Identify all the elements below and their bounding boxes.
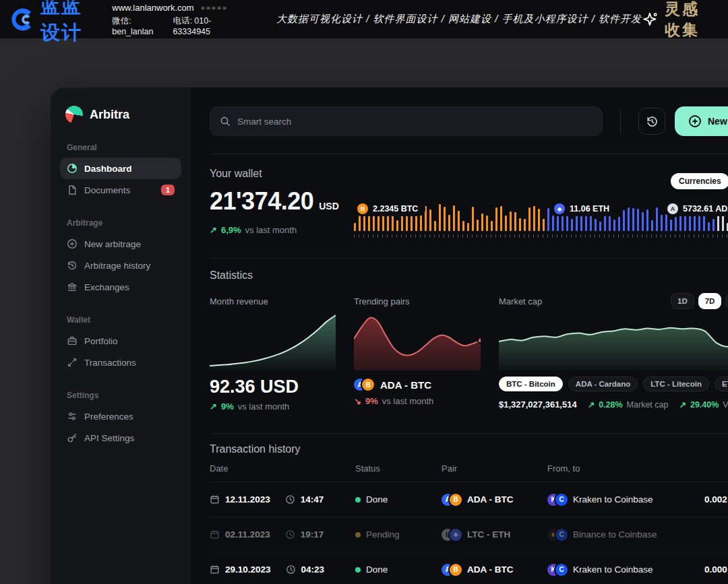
market-cap-chart xyxy=(499,313,728,370)
eth-coin-icon xyxy=(554,203,565,214)
sidebar: Arbitra General Dashboard Documents 1 Ar… xyxy=(51,88,191,584)
sidebar-section-settings: Settings xyxy=(67,391,181,400)
banner-brand-name: 蓝蓝设计 xyxy=(40,0,102,46)
table-row[interactable]: 02.11.2023 19:17 Pending LTC - ETH Binan… xyxy=(210,517,728,552)
tx-amount: 0.002 xyxy=(704,494,728,505)
pair-coins xyxy=(442,529,462,541)
arbitra-logo-icon xyxy=(65,106,83,123)
sidebar-item-exchanges[interactable]: Exchanges xyxy=(60,276,181,298)
header-status: Status xyxy=(355,463,442,474)
sidebar-item-label: Portfolio xyxy=(84,336,118,346)
currencies-pill[interactable]: Currencies xyxy=(671,173,728,189)
main-content: New arbitrage Your wallet Currencies Exc… xyxy=(191,88,728,584)
topbar-divider xyxy=(620,109,621,133)
sidebar-item-label: Transactions xyxy=(84,358,136,368)
chip-ltc[interactable]: LTC - Litecoin xyxy=(643,377,709,391)
header-from-to: From, to xyxy=(547,463,704,474)
arrows-decor: »»»»» xyxy=(201,3,229,11)
app-logo[interactable]: Arbitra xyxy=(60,104,181,125)
sidebar-item-transactions[interactable]: Transactions xyxy=(60,352,181,373)
briefcase-icon xyxy=(67,335,78,346)
sidebar-item-arbitrage-history[interactable]: Arbitrage history xyxy=(60,255,181,276)
trending-pair: ADA - BTC xyxy=(354,379,481,391)
coin-chips: BTC - Bitcoin ADA - Cardano LTC - Liteco… xyxy=(499,377,728,391)
tx-date: 02.11.2023 xyxy=(225,529,270,540)
wallet-title: Your wallet xyxy=(210,168,728,180)
table-row[interactable]: 12.11.2023 14:47 Done ADA - BTC Kraken t… xyxy=(210,482,728,517)
down-arrow-icon: ↘ xyxy=(354,396,361,406)
clock-icon xyxy=(286,564,296,575)
status-dot-pending xyxy=(355,532,361,538)
holding-eth: 11.06 ETH xyxy=(551,201,617,216)
month-revenue-value: 92.36 USD xyxy=(210,377,336,396)
key-icon xyxy=(67,432,78,443)
pair-coins xyxy=(354,379,374,391)
range-selector: 1D 7D 1M 1Y xyxy=(671,293,728,309)
tx-pair: ADA - BTC xyxy=(467,494,514,505)
btc-coin-icon xyxy=(357,203,368,214)
new-arbitrage-button[interactable]: New arbitrage xyxy=(675,106,728,136)
tx-date: 29.10.2023 xyxy=(225,564,271,575)
sidebar-item-label: Exchanges xyxy=(84,282,129,292)
banner-brand: 蓝蓝设计 xyxy=(11,0,102,46)
clock-icon xyxy=(285,529,295,540)
chip-eth[interactable]: ETH - Ethereum xyxy=(715,377,728,391)
trending-pairs-label: Trending pairs xyxy=(354,296,481,306)
route-coins xyxy=(547,494,568,506)
tx-pair: ADA - BTC xyxy=(467,564,514,575)
pair-coins xyxy=(442,564,462,576)
up-arrow-icon: ↗ xyxy=(588,399,595,410)
sidebar-item-api-settings[interactable]: API Settings xyxy=(60,427,181,449)
statistics-title: Statistics xyxy=(210,269,728,282)
sidebar-item-label: Documents xyxy=(84,185,130,195)
up-arrow-icon: ↗ xyxy=(210,401,217,412)
market-cap-card: Market cap 1D 7D 1M 1Y BTC - Bitcoin ADA… xyxy=(499,296,728,412)
range-1m[interactable]: 1M xyxy=(725,293,728,309)
sparkle-icon xyxy=(642,11,659,28)
sidebar-item-preferences[interactable]: Preferences xyxy=(60,405,181,427)
header-pair: Pair xyxy=(442,463,547,474)
sidebar-section-arbitrage: Arbitrage xyxy=(67,218,181,228)
sidebar-section-general: General xyxy=(67,143,181,152)
pair-coins xyxy=(442,494,462,506)
sidebar-item-new-arbitrage[interactable]: New arbitrage xyxy=(60,233,181,255)
coinbase-icon xyxy=(555,564,568,576)
documents-badge: 1 xyxy=(161,185,175,195)
search-icon xyxy=(220,116,231,127)
banner-url[interactable]: www.lanlanwork.com xyxy=(112,3,193,13)
range-1d[interactable]: 1D xyxy=(671,293,694,309)
search-bar[interactable] xyxy=(210,106,603,136)
bank-icon xyxy=(67,282,78,292)
month-revenue-card: Month revenue 92.36 USD ↗ 9% vs last mon… xyxy=(210,296,336,412)
sidebar-item-dashboard[interactable]: Dashboard xyxy=(60,158,181,179)
chip-btc[interactable]: BTC - Bitcoin xyxy=(499,377,563,391)
banner-services: 大数据可视化设计 / 软件界面设计 / 网站建设 / 手机及小程序设计 / 软件… xyxy=(276,13,642,26)
tx-amount: 0.000 xyxy=(704,564,728,575)
sidebar-item-portfolio[interactable]: Portfolio xyxy=(60,330,181,352)
sidebar-item-label: Dashboard xyxy=(84,164,132,174)
market-cap-stats: $1,327,027,361,514 ↗ 0.28% Market cap ↗ … xyxy=(499,399,728,410)
site-banner: 蓝蓝设计 www.lanlanwork.com »»»»» 微信: ben_la… xyxy=(0,0,728,38)
history-icon xyxy=(67,260,78,271)
table-row[interactable]: 29.10.2023 04:23 Done ADA - BTC Kraken t… xyxy=(210,552,728,584)
transaction-history-title: Transaction history xyxy=(210,443,728,455)
plus-circle-icon xyxy=(688,115,702,128)
plus-circle-icon xyxy=(67,238,78,249)
calendar-icon xyxy=(210,529,220,540)
ada-coin-icon xyxy=(667,203,678,214)
transaction-history-section: Transaction history Date Status Pair Fro… xyxy=(210,433,728,584)
route-coins xyxy=(547,529,568,541)
sliders-icon xyxy=(67,411,78,422)
sidebar-section-wallet: Wallet xyxy=(67,315,181,325)
month-revenue-label: Month revenue xyxy=(210,296,336,306)
sidebar-item-documents[interactable]: Documents 1 xyxy=(60,179,181,201)
banner-collect[interactable]: 灵感收集 xyxy=(642,0,717,40)
range-7d[interactable]: 7D xyxy=(698,293,722,309)
holding-btc: 2.2345 BTC xyxy=(354,201,425,216)
history-restore-button[interactable] xyxy=(638,108,665,135)
search-input[interactable] xyxy=(237,117,593,127)
market-cap-value: $1,327,027,361,514 xyxy=(499,399,577,410)
app-brand-name: Arbitra xyxy=(90,108,129,122)
tx-status: Done xyxy=(366,564,388,575)
chip-ada[interactable]: ADA - Cardano xyxy=(568,377,638,391)
